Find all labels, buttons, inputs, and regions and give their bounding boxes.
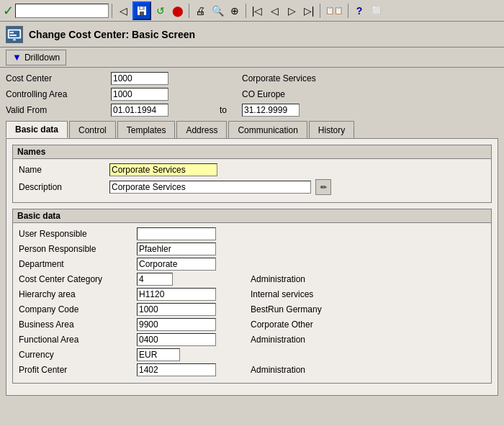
hierarchy-area-input[interactable] [137,288,216,301]
save-icon [136,5,148,17]
stop-button[interactable]: ⬤ [170,3,186,19]
svg-rect-3 [140,6,143,9]
name-label: Name [19,165,105,175]
person-responsible-label: Person Responsible [19,244,134,254]
hierarchy-area-label: Hierarchy area [19,289,134,299]
functional-area-row: Functional Area Administration [19,333,485,346]
help-button[interactable]: ? [351,3,367,19]
user-responsible-label: User Responsible [19,229,134,239]
basic-data-section-title: Basic data [13,209,491,223]
description-row: Description ✏ [19,179,485,195]
functional-area-input[interactable] [137,333,216,346]
description-input[interactable] [109,181,311,194]
business-area-label: Business Area [19,320,134,330]
header-form: Cost Center Corporate Services Controlli… [6,72,498,117]
page-title: Change Cost Center: Basic Screen [29,29,195,40]
currency-label: Currency [19,350,134,360]
refresh-button[interactable]: ↺ [153,3,168,19]
department-input[interactable] [137,258,216,271]
person-responsible-row: Person Responsible [19,243,485,255]
department-row: Department [19,258,485,271]
next-button[interactable]: ▷ [284,3,300,19]
controlling-area-label: Controlling Area [6,89,107,99]
tab-container: Basic data Control Templates Address Com… [6,121,498,396]
name-input[interactable] [109,163,217,176]
company-code-row: Company Code BestRun Germany [19,303,485,316]
separator-4 [320,4,320,18]
names-section-title: Names [13,145,491,159]
module-icon [6,26,23,43]
name-row: Name [19,163,485,176]
tab-control[interactable]: Control [69,121,116,138]
tab-address[interactable]: Address [176,121,227,138]
cost-center-category-row: Cost Center Category Administration [19,273,485,286]
basic-data-section-body: User Responsible Person Responsible [13,223,491,383]
user-responsible-row: User Responsible [19,227,485,240]
person-responsible-input[interactable] [137,243,216,255]
profit-center-value: Administration [251,365,485,375]
title-bar: Change Cost Center: Basic Screen [0,22,504,47]
business-area-row: Business Area Corporate Other [19,318,485,331]
command-input[interactable] [15,4,109,18]
controlling-area-input[interactable] [111,88,168,101]
description-label: Description [19,182,105,192]
last-button[interactable]: ▷| [301,3,317,19]
names-section-body: Name Description ✏ [13,159,491,202]
valid-from-label: Valid From [6,105,107,115]
hierarchy-area-row: Hierarchy area Internal services [19,288,485,301]
business-area-value: Corporate Other [251,320,485,330]
basic-data-section: Basic data User Responsible Person Respo… [12,209,492,384]
controlling-area-name: CO Europe [242,89,498,99]
functional-area-value: Administration [251,335,485,345]
hierarchy-area-value: Internal services [251,289,485,299]
svg-rect-8 [10,35,17,36]
tabs: Basic data Control Templates Address Com… [6,121,498,138]
user-responsible-input[interactable] [137,227,216,240]
currency-row: Currency [19,348,485,361]
svg-rect-7 [10,32,14,33]
profit-center-label: Profit Center [19,365,134,375]
tab-communication[interactable]: Communication [228,121,307,138]
cost-center-category-label: Cost Center Category [19,274,134,284]
main-content: Cost Center Corporate Services Controlli… [0,68,504,400]
save-button[interactable] [132,1,151,20]
company-code-input[interactable] [137,303,216,316]
find-button[interactable]: 🔍 [210,3,225,19]
description-edit-button[interactable]: ✏ [315,179,331,195]
separator-2 [189,4,189,18]
drilldown-label: Drilldown [24,53,60,63]
business-area-input[interactable] [137,318,216,331]
first-button[interactable]: |◁ [249,3,265,19]
separator-5 [348,4,348,18]
drilldown-bar: ▼ Drilldown [0,47,504,68]
tab-templates[interactable]: Templates [117,121,176,138]
functional-area-label: Functional Area [19,335,134,345]
print-button[interactable]: 🖨 [192,3,208,19]
back-button[interactable]: ◁ [115,3,131,19]
toolbar: ✓ ◁ ↺ ⬤ 🖨 🔍 ⊕ |◁ ◁ ▷ ▷| 📋📋 ? ⬜ [0,0,504,22]
currency-input[interactable] [137,348,180,361]
names-section: Names Name Description ✏ [12,145,492,203]
separator-3 [246,4,246,18]
tab-content-basic-data: Names Name Description ✏ Basic data [6,138,498,396]
tab-basic-data[interactable]: Basic data [6,121,68,138]
profit-center-input[interactable] [137,363,216,376]
cost-center-category-input[interactable] [137,273,173,286]
cost-center-name: Corporate Services [242,73,498,83]
svg-rect-9 [13,39,16,40]
drilldown-button[interactable]: ▼ Drilldown [6,50,66,65]
session-button[interactable]: ⬜ [369,3,384,19]
valid-to-input[interactable] [242,104,300,117]
transaction-button[interactable]: 📋📋 [323,3,345,19]
valid-from-input[interactable] [111,104,168,117]
cost-center-input[interactable] [111,72,168,85]
tab-history[interactable]: History [309,121,354,138]
module-svg [6,26,22,43]
profit-center-row: Profit Center Administration [19,363,485,376]
find-next-button[interactable]: ⊕ [227,3,243,19]
separator-1 [112,4,112,18]
cost-center-category-value: Administration [251,274,485,284]
drilldown-icon: ▼ [12,52,22,63]
svg-rect-2 [140,12,144,15]
prev-button[interactable]: ◁ [266,3,282,19]
